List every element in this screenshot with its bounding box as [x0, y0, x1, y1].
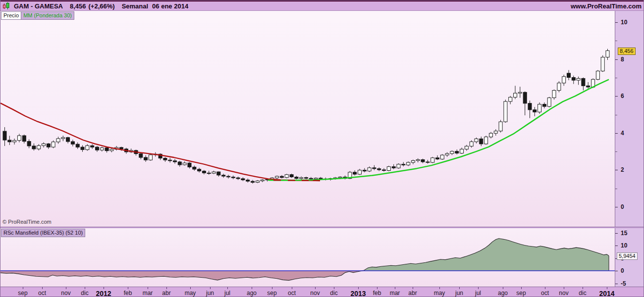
candle-body [105, 148, 108, 151]
time-axis-month-label: jun [455, 290, 463, 297]
price-change-percent: (+2,66%) [89, 2, 115, 10]
rsc-axis-tick [615, 246, 618, 246]
bar-date-label: 06 ene 2014 [152, 2, 188, 10]
candle-body [61, 138, 65, 139]
time-axis-month-label: feb [124, 290, 132, 297]
time-axis-tick [166, 287, 167, 289]
candle-body [188, 163, 191, 167]
time-axis-tick [227, 287, 228, 289]
candle-body [305, 178, 308, 179]
candle-body [290, 175, 293, 177]
candle-body [504, 101, 507, 122]
candle-body [465, 146, 468, 149]
candle-body [596, 71, 599, 80]
candle-body [275, 176, 279, 178]
candle-body [227, 176, 230, 177]
rsc-axis-tick-label: 0 [621, 267, 624, 274]
candle-body [66, 138, 70, 142]
time-axis-month-label: jun [206, 290, 214, 297]
price-axis-tick [615, 133, 618, 134]
rsc-axis-tick-label: 10 [621, 242, 627, 249]
price-axis-tick [615, 22, 618, 23]
price-axis-tick [615, 96, 618, 97]
website-link[interactable]: www.ProRealTime.com [571, 2, 642, 10]
time-axis-tick [23, 287, 23, 289]
candle-body [319, 178, 322, 179]
candle-body [251, 181, 255, 182]
candle-body [168, 160, 172, 161]
candle-body [47, 144, 50, 147]
current-value-flag: 5,9454 [617, 252, 638, 260]
candle-body [8, 140, 11, 142]
candle-body [373, 168, 376, 169]
candle-body [562, 77, 566, 83]
panel-divider[interactable] [0, 227, 644, 228]
candle-body [528, 103, 532, 110]
rsc-mansfield-plot[interactable] [0, 228, 615, 287]
ma-falling-line [0, 103, 320, 181]
last-price: 8,456 [70, 2, 86, 10]
time-axis-month-label: oct [541, 290, 549, 297]
price-axis-tick [615, 59, 618, 60]
prorealtime-chart-window: GAM - GAMESA 8,456 (+2,66%) Semanal 06 e… [0, 0, 644, 297]
time-axis-tick [42, 287, 43, 289]
time-axis-tick [478, 287, 479, 289]
candle-body [52, 142, 55, 147]
candle-body [509, 97, 512, 101]
price-axis[interactable]: 8,456 0246810 [615, 11, 644, 227]
time-axis-tick [66, 287, 66, 289]
moving-average-chip[interactable]: MM (Ponderada 30) [21, 11, 74, 20]
candle-body [56, 139, 60, 142]
time-axis-month-label: dic [81, 290, 88, 297]
rsc-axis-tick [615, 284, 618, 284]
candle-body [71, 142, 74, 144]
candle-body [353, 172, 357, 174]
candle-body [552, 91, 556, 98]
price-axis-minor-tick [615, 115, 617, 115]
candle-body [285, 175, 288, 178]
time-axis-month-label: ago [247, 290, 257, 297]
price-axis-tick [615, 207, 618, 207]
candle-body [514, 93, 517, 97]
time-axis-month-label: dic [330, 290, 337, 297]
time-axis-tick [439, 287, 440, 289]
time-axis-tick [148, 287, 148, 289]
candle-body [144, 157, 148, 160]
candle-body [387, 167, 390, 171]
candle-body [338, 177, 342, 178]
candle-body [42, 144, 46, 146]
candle-body [173, 161, 177, 162]
candle-body [577, 78, 580, 80]
candle-body [231, 177, 235, 178]
time-axis-tick [190, 287, 191, 289]
time-axis-year-label: 2014 [599, 290, 614, 297]
time-axis-tick [85, 287, 85, 289]
time-axis-tick [413, 287, 413, 289]
candle-body [567, 73, 571, 78]
candle-body [436, 158, 439, 159]
rsc-mansfield-chip[interactable]: RSc Mansfield (IBEX-35) (52 10) [1, 229, 85, 237]
candle-body [440, 155, 444, 159]
time-axis-month-label: jul [475, 290, 481, 297]
candle-body [542, 104, 546, 107]
candle-body [368, 168, 371, 171]
candle-body [533, 110, 537, 112]
candle-body [202, 171, 206, 173]
time-axis[interactable]: sepoctnovdic2012febmarabrmayjunjulagosep… [0, 287, 644, 297]
candle-body [489, 133, 493, 137]
candle-body [261, 180, 264, 181]
time-axis-tick [210, 287, 211, 289]
time-axis-month-label: oct [288, 290, 296, 297]
rsc-axis[interactable]: 5,9454 151050-5 [615, 228, 644, 287]
time-axis-tick [358, 287, 359, 289]
price-axis-tick-label: 8 [621, 56, 624, 63]
candle-body [411, 160, 415, 162]
candle-body [193, 167, 196, 169]
candle-body [120, 148, 123, 149]
candle-body [3, 131, 6, 140]
candle-body [178, 162, 181, 165]
time-axis-month-label: sep [267, 290, 276, 297]
time-axis-tick [545, 287, 545, 289]
price-panel-chip[interactable]: Precio [1, 11, 21, 20]
price-chart-plot[interactable] [0, 11, 615, 227]
